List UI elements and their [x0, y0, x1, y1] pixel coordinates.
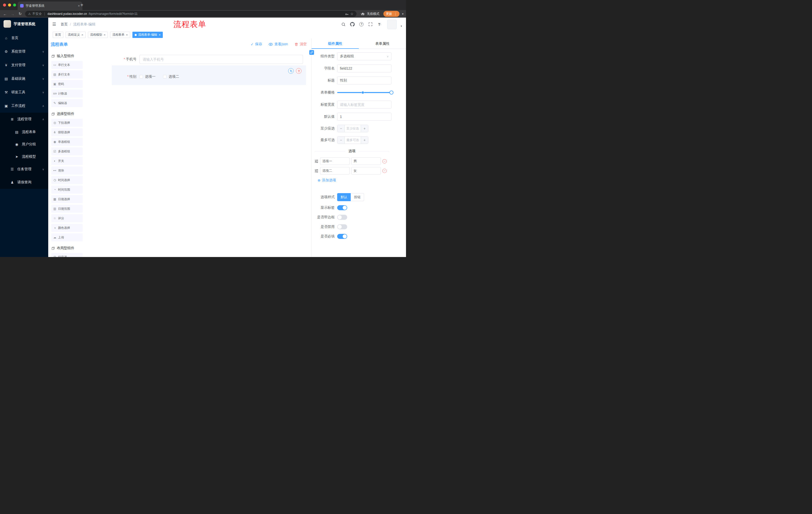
browser-tab[interactable]: 芋道管理系统 × — [18, 1, 82, 10]
phone-input[interactable] — [140, 55, 303, 64]
tag-process-model[interactable]: 流程模型× — [88, 32, 108, 38]
copy-component-button[interactable] — [288, 68, 294, 74]
stepper-minus-button[interactable]: − — [338, 125, 345, 132]
avatar-caret-icon[interactable]: ▾ — [401, 25, 402, 27]
tag-process-form[interactable]: 流程表单× — [110, 32, 130, 38]
palette-item-rate[interactable]: ☆评分 — [51, 214, 83, 222]
tag-process-form-edit[interactable]: 流程表单-编辑× — [133, 32, 163, 38]
disabled-switch[interactable] — [337, 224, 347, 229]
browser-update-button[interactable]: 更新 ⋮ — [383, 11, 400, 17]
toolbar-caret-icon[interactable]: ▾ — [402, 12, 404, 16]
github-icon[interactable] — [350, 22, 355, 27]
sidebar-item-process-form[interactable]: ▤ 流程表单 — [0, 126, 48, 138]
palette-item-time-picker[interactable]: ◷时间选择 — [51, 176, 83, 184]
remove-option-button[interactable]: − — [382, 159, 387, 163]
new-tab-button[interactable]: + — [80, 2, 83, 7]
stepper-plus-button[interactable]: + — [361, 137, 368, 143]
min-select-value[interactable]: 至少应选 — [345, 125, 361, 132]
window-zoom-button[interactable] — [13, 3, 16, 6]
selected-component-gender[interactable]: *性别 选项一 选项二 — [112, 65, 306, 85]
palette-item-counter[interactable]: 123计数器 — [51, 89, 83, 98]
palette-item-single-line-text[interactable]: ▭单行文本 — [51, 61, 83, 69]
palette-item-editor[interactable]: ✎编辑器 — [51, 99, 83, 107]
sidebar-item-home[interactable]: ⌂ 首页 — [0, 31, 48, 45]
palette-item-date-picker[interactable]: ▦日期选择 — [51, 195, 83, 203]
view-json-button[interactable]: 查看json — [268, 42, 288, 47]
clear-button[interactable]: 清空 — [294, 42, 307, 47]
fullscreen-icon[interactable] — [368, 22, 373, 27]
palette-item-dropdown-select[interactable]: ◎下拉选择 — [51, 119, 83, 127]
sidebar-item-system[interactable]: ⚙ 系统管理 ∨ — [0, 45, 48, 58]
link-icon[interactable] — [309, 50, 314, 55]
palette-item-password[interactable]: ▣密码 — [51, 80, 83, 88]
palette-item-row-container[interactable]: ⊞行容器 — [51, 253, 83, 257]
palette-item-upload[interactable]: ☁上传 — [51, 233, 83, 241]
search-icon[interactable] — [341, 22, 346, 27]
palette-item-cascader[interactable]: ⋔级联选择 — [51, 128, 83, 136]
sidebar-item-user-group[interactable]: ◉ 用户分组 — [0, 138, 48, 151]
tag-close-icon[interactable]: × — [126, 33, 128, 37]
field-name-input[interactable] — [337, 64, 392, 73]
palette-item-multi-line-text[interactable]: ▤多行文本 — [51, 71, 83, 78]
tab-close-icon[interactable]: × — [78, 4, 80, 8]
remove-option-button[interactable]: − — [382, 169, 387, 173]
show-label-switch[interactable] — [337, 205, 347, 210]
form-grid-slider[interactable] — [337, 88, 392, 97]
font-size-icon[interactable]: T↕ — [377, 22, 382, 27]
border-switch[interactable] — [337, 215, 347, 220]
required-switch[interactable] — [337, 234, 347, 239]
palette-item-switch[interactable]: ◐开关 — [51, 157, 83, 165]
style-button-button[interactable]: 按钮 — [351, 193, 364, 201]
palette-item-color-picker[interactable]: ◑颜色选择 — [51, 224, 83, 232]
palette-item-time-range[interactable]: ◔时间范围 — [51, 186, 83, 194]
style-default-button[interactable]: 默认 — [337, 193, 351, 201]
max-select-value[interactable]: 最多可选 — [345, 137, 361, 143]
title-input[interactable] — [337, 77, 392, 84]
sidebar-item-process-management[interactable]: ≣ 流程管理 ∧ — [0, 113, 48, 126]
user-avatar[interactable] — [387, 20, 397, 29]
add-option-button[interactable]: ⊕ 添加选项 — [318, 178, 406, 183]
tab-form-props[interactable]: 表单属性 — [359, 38, 406, 49]
gender-option1-checkbox[interactable]: 选项一 — [140, 75, 155, 79]
breadcrumb-home[interactable]: 首页 — [61, 22, 67, 27]
help-icon[interactable]: ? — [359, 22, 364, 27]
tag-home[interactable]: 首页 — [53, 32, 63, 38]
palette-item-radio-group[interactable]: ◉单选框组 — [51, 138, 83, 146]
address-bar[interactable]: ⚠ 不安全 dashboard.yudao.iocoder.cn/bpm/man… — [25, 11, 356, 17]
delete-component-button[interactable] — [296, 68, 301, 74]
save-button[interactable]: ✓ 保存 — [251, 42, 262, 47]
window-minimize-button[interactable] — [8, 3, 11, 6]
sidebar-item-payment[interactable]: ¥ 支付管理 ∨ — [0, 58, 48, 72]
drag-handle-icon[interactable] — [315, 169, 319, 172]
tag-close-icon[interactable]: × — [159, 33, 161, 37]
reload-button[interactable]: ↻ — [18, 11, 23, 16]
option-name-input[interactable] — [320, 157, 350, 165]
option-value-input[interactable] — [351, 167, 381, 174]
palette-item-date-range[interactable]: ▥日期范围 — [51, 205, 83, 213]
default-value-input[interactable] — [337, 113, 392, 121]
palette-item-slider[interactable]: ⊷滑块 — [51, 166, 83, 174]
sidebar-collapse-icon[interactable]: ☰ — [52, 22, 56, 27]
component-type-select[interactable]: 多选框组 ∨ — [337, 52, 392, 60]
option-name-input[interactable] — [320, 167, 350, 174]
sidebar-item-leave-query[interactable]: ♟ 请假查询 — [0, 176, 48, 189]
slider-handle[interactable] — [389, 90, 394, 94]
stepper-minus-button[interactable]: − — [338, 137, 345, 143]
sidebar-item-devtools[interactable]: ⚒ 研发工具 ∨ — [0, 85, 48, 99]
password-key-icon[interactable] — [345, 12, 349, 16]
tag-close-icon[interactable]: × — [81, 33, 83, 37]
drag-handle-icon[interactable] — [315, 160, 319, 163]
window-close-button[interactable] — [3, 3, 6, 6]
tab-component-props[interactable]: 组件属性 — [312, 38, 359, 49]
palette-item-checkbox-group[interactable]: ☑多选框组 — [51, 147, 83, 155]
label-width-input[interactable] — [337, 101, 392, 109]
tag-close-icon[interactable]: × — [104, 33, 106, 37]
back-button[interactable]: ← — [2, 12, 7, 16]
tag-process-definition[interactable]: 流程定义× — [65, 32, 86, 38]
sidebar-item-task-management[interactable]: ☰ 任务管理 ∨ — [0, 163, 48, 176]
option-value-input[interactable] — [351, 157, 381, 165]
stepper-plus-button[interactable]: + — [361, 125, 368, 132]
forward-button[interactable]: → — [10, 12, 15, 16]
bookmark-star-icon[interactable]: ☆ — [350, 12, 353, 16]
gender-option2-checkbox[interactable]: 选项二 — [163, 75, 179, 79]
